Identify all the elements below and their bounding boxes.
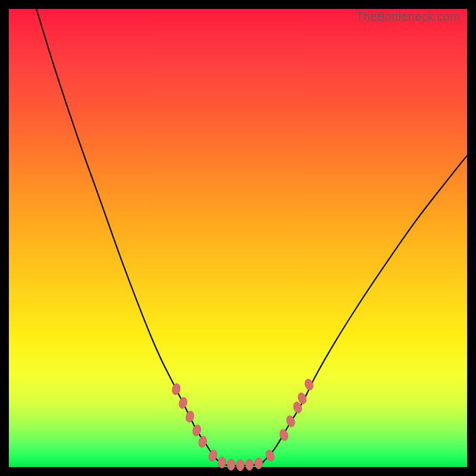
curve-marker bbox=[246, 459, 253, 471]
plot-area: TheBottleneck.com bbox=[9, 9, 467, 467]
curve-marker bbox=[208, 449, 218, 462]
bottleneck-curve-left bbox=[36, 9, 224, 465]
curve-marker bbox=[265, 449, 275, 462]
curve-marker bbox=[218, 457, 226, 468]
curve-marker bbox=[185, 411, 195, 424]
curve-marker bbox=[255, 458, 262, 469]
curve-layer bbox=[9, 9, 467, 467]
chart-frame: TheBottleneck.com bbox=[0, 0, 476, 476]
curve-markers bbox=[171, 378, 314, 471]
curve-marker bbox=[198, 436, 208, 449]
curve-marker bbox=[227, 459, 235, 471]
curve-marker bbox=[236, 459, 244, 471]
curve-marker bbox=[192, 424, 202, 437]
curve-marker bbox=[178, 396, 188, 409]
curve-marker bbox=[171, 383, 181, 396]
